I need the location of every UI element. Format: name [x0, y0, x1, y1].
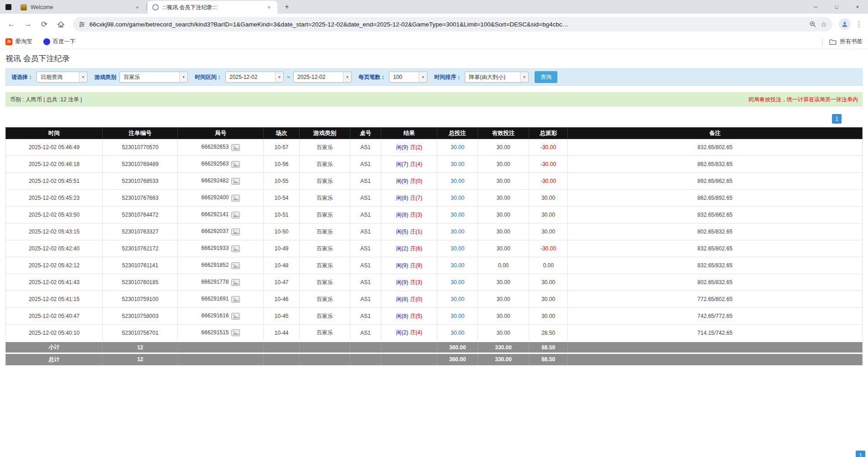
cell-table-no: AS1: [350, 223, 381, 240]
summary-cell: 330.00: [478, 342, 529, 353]
cell-bet-id: 523010764472: [103, 207, 178, 223]
date-start-input[interactable]: 2025-12-02 ▼: [225, 72, 284, 83]
cell-result: 闲(8)庄(5): [381, 308, 437, 325]
round-replay-image-icon[interactable]: [231, 262, 240, 269]
forward-button[interactable]: →: [20, 16, 36, 32]
chevron-down-icon: ▼: [520, 72, 528, 82]
cell-table-no: AS1: [350, 156, 381, 173]
summary-cell: 小计: [6, 342, 103, 353]
summary-cell: 12: [103, 342, 178, 353]
cell-round: 666292563: [178, 156, 264, 173]
total-bet-link[interactable]: 30.00: [451, 144, 464, 151]
cell-table-no: AS1: [350, 207, 381, 223]
round-number: 666292482: [201, 177, 229, 184]
bookmark-baidu[interactable]: 百度一下: [43, 38, 76, 46]
game-type-select[interactable]: 百家乐 ▼: [120, 72, 188, 83]
total-bet-link[interactable]: 30.00: [451, 195, 464, 201]
round-replay-image-icon[interactable]: [231, 178, 240, 185]
valid-bet-note: 同局有效投注，统一计算在该局第一张注单内: [748, 96, 858, 104]
result-banker: 庄(4): [410, 161, 422, 167]
total-bet-link[interactable]: 30.00: [451, 279, 464, 286]
address-bar[interactable]: 66cxkj98.com/game/betrecord_search/kind3…: [73, 17, 832, 31]
browser-tab-welcome[interactable]: Welcome ×: [16, 1, 146, 14]
welcome-tab-favicon-icon: [21, 4, 27, 10]
site-settings-icon[interactable]: [78, 21, 85, 28]
tab-close-icon[interactable]: ×: [134, 4, 141, 11]
total-bet-link[interactable]: 30.00: [451, 262, 464, 269]
cell-round: 666291933: [178, 240, 264, 257]
sort-value: 降幂(由大到小): [465, 73, 520, 81]
date-end-input[interactable]: 2025-12-02 ▼: [293, 72, 352, 83]
sort-select[interactable]: 降幂(由大到小) ▼: [465, 72, 529, 83]
round-replay-image-icon[interactable]: [231, 296, 240, 303]
page-1-button-bottom[interactable]: 1: [856, 451, 865, 457]
cell-total-bet: 30.00: [437, 139, 478, 156]
round-replay-image-icon[interactable]: [231, 245, 240, 252]
cell-payout: 30.00: [529, 274, 568, 291]
total-bet-link[interactable]: 30.00: [451, 330, 464, 336]
cell-time: 2025-12-02 05:45:23: [6, 190, 103, 207]
column-header: 总派彩: [529, 128, 568, 139]
cell-table-no: AS1: [350, 274, 381, 291]
minimize-button[interactable]: ─: [805, 0, 826, 14]
profile-avatar[interactable]: [839, 18, 851, 30]
page-content: 视讯 会员下注纪录 请选择： 日期查询 ▼ 游戏类别 百家乐 ▼ 时间区间： 2…: [0, 54, 868, 457]
result-banker: 庄(7): [410, 195, 422, 201]
search-button[interactable]: 查询: [535, 71, 557, 83]
bookmark-star-icon[interactable]: ☆: [821, 20, 827, 29]
tab-close-icon[interactable]: ×: [265, 4, 273, 11]
summary-bar: 币别 : 人民币 | 总共 :12 注单 | 同局有效投注，统一计算在该局第一张…: [5, 92, 863, 107]
new-tab-button[interactable]: +: [281, 1, 293, 13]
window-controls: ─ □ ×: [805, 0, 868, 14]
cell-table-no: AS1: [350, 240, 381, 257]
date-start-value: 2025-12-02: [226, 74, 275, 80]
page-size-select[interactable]: 100 ▼: [389, 72, 427, 83]
reload-button[interactable]: ⟳: [36, 16, 52, 32]
browser-tab-betrecord[interactable]: :::视讯 会员下注纪录::: ×: [148, 1, 277, 14]
pagination-bottom: 1: [5, 451, 865, 457]
page-1-button[interactable]: 1: [832, 114, 842, 124]
close-button[interactable]: ×: [847, 0, 868, 14]
total-bet-link[interactable]: 30.00: [451, 296, 464, 302]
result-banker: 庄(0): [410, 178, 422, 184]
browser-menu-icon[interactable]: ⋮: [853, 20, 864, 28]
total-bet-link[interactable]: 30.00: [451, 228, 464, 235]
round-replay-image-icon[interactable]: [231, 279, 240, 286]
cell-payout: 30.00: [529, 308, 568, 325]
round-replay-image-icon[interactable]: [231, 212, 240, 218]
round-replay-image-icon[interactable]: [231, 161, 240, 168]
all-bookmarks-button[interactable]: 所有书签: [822, 38, 863, 46]
cell-round: 666292037: [178, 223, 264, 240]
range-separator: ~: [287, 74, 290, 80]
cell-time: 2025-12-02 05:43:15: [6, 223, 103, 240]
home-button[interactable]: [53, 16, 68, 32]
total-bet-link[interactable]: 30.00: [451, 212, 464, 218]
total-bet-link[interactable]: 30.00: [451, 313, 464, 319]
total-bet-link[interactable]: 30.00: [451, 245, 464, 252]
column-header: 时间: [6, 128, 103, 139]
round-replay-image-icon[interactable]: [231, 228, 240, 235]
round-replay-image-icon[interactable]: [231, 195, 240, 202]
cell-session: 10-45: [264, 308, 300, 325]
maximize-button[interactable]: □: [826, 0, 847, 14]
folder-icon: [829, 39, 837, 45]
round-replay-image-icon[interactable]: [231, 313, 240, 320]
back-button[interactable]: ←: [4, 16, 19, 32]
round-replay-image-icon[interactable]: [231, 144, 240, 151]
round-replay-image-icon[interactable]: [231, 329, 240, 336]
browser-toolbar: ← → ⟳ 66cxkj98.com/game/betrecord_search…: [0, 14, 868, 35]
tab-title: Welcome: [31, 4, 131, 10]
cell-remark: 772.65/802.65: [567, 291, 862, 308]
round-number: 666291616: [201, 312, 229, 319]
page-title: 视讯 会员下注纪录: [5, 54, 863, 64]
cell-session: 10-46: [264, 291, 300, 308]
query-type-select[interactable]: 日期查询 ▼: [36, 72, 88, 83]
total-bet-link[interactable]: 30.00: [451, 161, 464, 167]
total-bet-link[interactable]: 30.00: [451, 178, 464, 184]
cell-remark: 862.65/832.65: [567, 156, 862, 173]
zoom-icon[interactable]: [809, 21, 816, 28]
bookmark-taobao[interactable]: 淘 爱淘宝: [5, 38, 32, 46]
cell-valid-bet: 30.00: [478, 291, 529, 308]
tab-strip: Welcome × :::视讯 会员下注纪录::: × + ─ □ ×: [0, 0, 868, 14]
cell-payout: 30.00: [529, 207, 568, 223]
